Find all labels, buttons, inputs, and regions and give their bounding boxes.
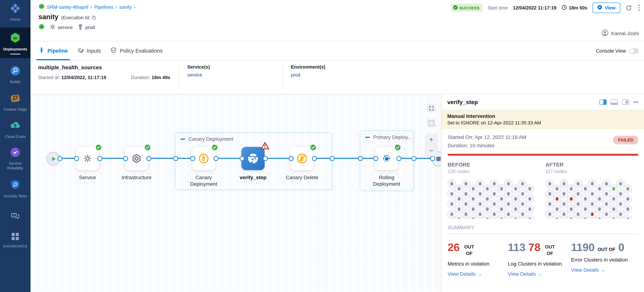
view-details-link[interactable]: View Details → bbox=[448, 271, 502, 277]
sidebar-item-builds[interactable]: Builds bbox=[0, 65, 30, 84]
panel-step-title: verify_step bbox=[447, 99, 599, 105]
services-label: Service(s) bbox=[187, 64, 282, 70]
node-label-canary-deployment: Canary Deployment bbox=[182, 174, 226, 187]
breadcrumb-pipeline-link[interactable]: sanity bbox=[119, 4, 132, 9]
before-title: BEFORE bbox=[448, 161, 540, 168]
connector-port bbox=[57, 156, 62, 161]
pipeline-node-infrastructure[interactable] bbox=[125, 147, 148, 170]
manual-intervention-banner: Manual Intervention Set to IGNORE on 12-… bbox=[442, 110, 644, 129]
environments-value[interactable]: prod bbox=[291, 72, 644, 78]
layout-right-split-icon[interactable] bbox=[599, 99, 606, 105]
service-reliability-icon bbox=[10, 147, 21, 159]
left-nav: Home∞DeploymentsBuildsFeature Flags$Clou… bbox=[0, 0, 30, 292]
breadcrumb-separator: › bbox=[116, 4, 117, 9]
breadcrumb-separator: › bbox=[134, 4, 136, 9]
environment-tag[interactable]: prod bbox=[78, 24, 95, 31]
tab-policy-evaluations[interactable]: Policy Evaluations bbox=[110, 41, 162, 60]
marquee-icon bbox=[428, 120, 434, 126]
success-badge-icon bbox=[310, 144, 316, 151]
cloud-costs-icon: $ bbox=[10, 119, 21, 133]
breadcrumb-pipelines-link[interactable]: Pipelines bbox=[94, 4, 114, 9]
sidebar-item-label: DASHBOARDS bbox=[2, 245, 28, 249]
step-started-on: Started On: Apr 12, 2022 11:18 AM bbox=[448, 134, 613, 140]
pipeline-node-service[interactable] bbox=[76, 147, 99, 170]
duration-value: 18m 49s bbox=[152, 75, 170, 80]
started-at-value: 12/04/2022, 11:17:19 bbox=[61, 75, 106, 80]
deployments-icon: ∞ bbox=[10, 32, 21, 45]
marquee-select-button[interactable] bbox=[427, 119, 436, 127]
pipeline-node-verify_step[interactable] bbox=[242, 147, 265, 170]
tab-label: Policy Evaluations bbox=[120, 48, 162, 54]
sidebar-item-security-tests[interactable]: Security Tests bbox=[0, 180, 30, 198]
tag-row: ∞ service prod bbox=[30, 21, 644, 31]
group-label[interactable]: Canary Deployment bbox=[180, 136, 233, 142]
view-details-link[interactable]: View Details → bbox=[571, 267, 638, 273]
pipeline-canvas[interactable]: Canary DeploymentPrimary Deploy...Servic… bbox=[30, 94, 441, 292]
sidebar-item-feature-flags[interactable]: Feature Flags bbox=[0, 93, 30, 112]
console-view-label: Console View bbox=[596, 48, 626, 53]
sidebar-item-help[interactable]: ? bbox=[0, 211, 30, 222]
violation-label: Metrics in violation bbox=[448, 261, 502, 268]
status-badge: SUCCESS bbox=[451, 4, 482, 12]
layout-bottom-split-icon[interactable] bbox=[610, 99, 618, 105]
node-hexagon[interactable] bbox=[624, 184, 632, 194]
node-hexagon[interactable] bbox=[526, 184, 534, 194]
total-count: 0 bbox=[618, 242, 624, 253]
pipeline-node-rolling-deployment[interactable] bbox=[375, 147, 398, 170]
fit-to-screen-button[interactable] bbox=[427, 104, 436, 112]
zoom-in-button[interactable]: + bbox=[429, 136, 433, 143]
connector-port bbox=[411, 156, 416, 161]
user-icon bbox=[601, 29, 608, 37]
group-label[interactable]: Primary Deploy... bbox=[365, 134, 412, 140]
summary-card-0: 26OUT OFMetrics in violationView Details… bbox=[448, 242, 502, 277]
view-details-link[interactable]: View Details → bbox=[508, 271, 565, 277]
sidebar-item-dashboards[interactable]: DASHBOARDS bbox=[0, 232, 30, 249]
more-options-button[interactable] bbox=[637, 4, 641, 11]
sidebar-item-service-reliability[interactable]: Service Reliability bbox=[0, 147, 30, 170]
before-node-grid[interactable] bbox=[448, 179, 540, 219]
layout-right-drawer-icon[interactable] bbox=[622, 99, 629, 105]
console-view-toggle[interactable] bbox=[629, 48, 639, 53]
svg-text:∞: ∞ bbox=[13, 34, 18, 41]
success-check-icon bbox=[453, 5, 458, 10]
main-area: ∞ SRM-sanity-4thapril › Pipelines › sani… bbox=[30, 0, 644, 292]
collapse-group-icon[interactable] bbox=[365, 137, 370, 138]
environment-icon bbox=[78, 24, 83, 31]
top-header: ∞ SRM-sanity-4thapril › Pipelines › sani… bbox=[30, 0, 644, 41]
pipeline-node-canary-delete[interactable] bbox=[290, 147, 314, 170]
refresh-button[interactable] bbox=[625, 4, 632, 11]
summary-card-2: 1190OUT OF0Error Clusters in violationVi… bbox=[571, 242, 638, 277]
tab-inputs[interactable]: Inputs bbox=[77, 41, 101, 60]
node-hexagon[interactable] bbox=[624, 214, 632, 219]
node-hexagon[interactable] bbox=[624, 194, 632, 204]
zoom-out-button[interactable]: − bbox=[429, 147, 433, 154]
sidebar-item-home[interactable]: Home bbox=[0, 3, 30, 21]
breadcrumb-project-link[interactable]: SRM-sanity-4thapril bbox=[47, 4, 88, 9]
before-column: BEFORE 120 nodes bbox=[448, 161, 540, 219]
sidebar-item-cloud-costs[interactable]: $Cloud Costs bbox=[0, 119, 30, 139]
after-title: AFTER bbox=[546, 161, 638, 168]
environment-tag-label: prod bbox=[85, 25, 95, 30]
after-node-count: 117 nodes bbox=[546, 169, 638, 174]
connector-port bbox=[263, 156, 268, 161]
services-value[interactable]: service bbox=[187, 72, 282, 78]
connector-port bbox=[358, 156, 363, 161]
banner-subtitle: Set to IGNORE on 12-Apr-2022 11:35:33 AM bbox=[447, 120, 638, 125]
sidebar-item-label: Cloud Costs bbox=[4, 134, 26, 139]
node-hexagon[interactable] bbox=[526, 194, 534, 204]
service-tag[interactable]: service bbox=[50, 24, 72, 31]
tab-pipeline[interactable]: Pipeline bbox=[38, 41, 68, 60]
after-node-grid[interactable] bbox=[546, 179, 638, 219]
minimize-panel-icon[interactable] bbox=[633, 102, 638, 103]
workarea: Canary DeploymentPrimary Deploy...Servic… bbox=[30, 94, 644, 292]
node-hexagon[interactable] bbox=[526, 214, 534, 219]
collapse-group-icon[interactable] bbox=[180, 138, 185, 139]
view-button[interactable]: View bbox=[592, 2, 620, 13]
out-of-label: OUT OF bbox=[544, 242, 556, 257]
pipeline-node-canary-deployment[interactable] bbox=[192, 147, 215, 170]
node-hexagon[interactable] bbox=[526, 204, 534, 214]
connector-port bbox=[288, 156, 294, 161]
started-at-label: Started at: bbox=[38, 75, 60, 80]
node-hexagon[interactable] bbox=[624, 204, 632, 214]
sidebar-item-deployments[interactable]: ∞Deployments bbox=[0, 27, 30, 58]
